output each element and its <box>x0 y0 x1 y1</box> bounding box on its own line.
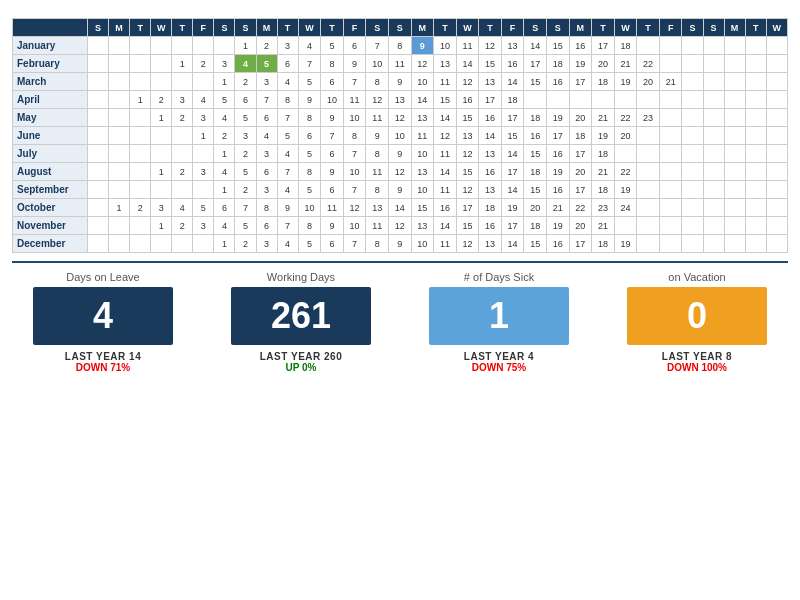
day-cell: 7 <box>298 55 321 73</box>
day-cell <box>703 217 724 235</box>
day-cell: 21 <box>659 73 682 91</box>
day-cell: 2 <box>235 145 256 163</box>
day-cell: 15 <box>524 73 547 91</box>
month-label-march: March <box>13 73 88 91</box>
day-cell: 4 <box>277 235 298 253</box>
day-cell: 17 <box>569 73 592 91</box>
day-cell <box>151 55 172 73</box>
day-cell <box>766 127 787 145</box>
day-cell: 17 <box>501 163 524 181</box>
day-cell <box>703 145 724 163</box>
month-label-may: May <box>13 109 88 127</box>
day-cell: 11 <box>456 37 479 55</box>
day-cell: 8 <box>298 163 321 181</box>
day-cell: 18 <box>524 163 547 181</box>
day-cell <box>724 163 745 181</box>
day-cell: 23 <box>637 109 660 127</box>
month-label-april: April <box>13 91 88 109</box>
day-cell <box>766 73 787 91</box>
day-header-1: M <box>109 19 130 37</box>
day-header-6: S <box>214 19 235 37</box>
day-cell: 13 <box>388 91 411 109</box>
day-cell <box>659 127 682 145</box>
day-cell: 6 <box>214 199 235 217</box>
day-cell <box>682 145 703 163</box>
day-cell <box>151 37 172 55</box>
day-cell <box>130 217 151 235</box>
day-cell <box>193 235 214 253</box>
day-cell: 6 <box>321 181 344 199</box>
day-cell <box>637 235 660 253</box>
day-cell <box>88 91 109 109</box>
day-cell <box>682 217 703 235</box>
day-cell: 14 <box>501 181 524 199</box>
day-cell: 16 <box>479 217 502 235</box>
day-cell <box>659 217 682 235</box>
day-header-9: T <box>277 19 298 37</box>
day-cell: 5 <box>235 217 256 235</box>
day-cell: 9 <box>298 91 321 109</box>
day-cell <box>682 73 703 91</box>
day-cell: 2 <box>130 199 151 217</box>
day-cell: 2 <box>172 109 193 127</box>
day-cell <box>659 55 682 73</box>
day-cell <box>637 217 660 235</box>
stat-change-3: DOWN 100% <box>667 362 727 373</box>
day-cell: 19 <box>614 235 637 253</box>
day-cell: 12 <box>388 109 411 127</box>
month-label-july: July <box>13 145 88 163</box>
month-col-header <box>13 19 88 37</box>
day-cell <box>703 181 724 199</box>
day-cell: 3 <box>256 145 277 163</box>
day-cell: 1 <box>214 73 235 91</box>
day-cell: 10 <box>411 235 434 253</box>
day-header-17: W <box>456 19 479 37</box>
day-cell: 10 <box>388 127 411 145</box>
day-cell: 13 <box>411 109 434 127</box>
day-header-31: W <box>766 19 787 37</box>
day-cell <box>130 55 151 73</box>
stat-value-2: 1 <box>429 287 569 345</box>
day-cell: 17 <box>456 199 479 217</box>
day-cell: 13 <box>479 73 502 91</box>
calendar-row-february: February12345678910111213141516171819202… <box>13 55 788 73</box>
day-cell: 13 <box>456 127 479 145</box>
day-cell <box>109 127 130 145</box>
day-cell: 21 <box>592 163 615 181</box>
calendar-row-january: January123456789101112131415161718 <box>13 37 788 55</box>
day-cell: 17 <box>501 217 524 235</box>
day-cell <box>724 91 745 109</box>
day-cell: 1 <box>151 163 172 181</box>
day-cell <box>151 235 172 253</box>
day-cell: 16 <box>546 73 569 91</box>
day-cell: 15 <box>524 235 547 253</box>
stat-change-2: DOWN 75% <box>472 362 526 373</box>
day-cell <box>745 91 766 109</box>
day-cell <box>703 73 724 91</box>
day-cell <box>88 55 109 73</box>
day-cell: 3 <box>193 163 214 181</box>
day-cell <box>172 181 193 199</box>
day-cell <box>88 127 109 145</box>
stat-label-3: on Vacation <box>668 271 725 283</box>
day-header-19: F <box>501 19 524 37</box>
day-cell <box>745 127 766 145</box>
day-cell <box>614 145 637 163</box>
day-cell: 7 <box>343 145 366 163</box>
day-cell: 1 <box>235 37 256 55</box>
day-cell: 3 <box>235 127 256 145</box>
day-cell <box>682 91 703 109</box>
day-cell: 13 <box>479 145 502 163</box>
day-cell: 9 <box>388 145 411 163</box>
day-cell: 16 <box>456 91 479 109</box>
calendar-row-september: September12345678910111213141516171819 <box>13 181 788 199</box>
day-cell: 7 <box>343 73 366 91</box>
day-cell <box>193 73 214 91</box>
day-cell: 10 <box>343 217 366 235</box>
day-cell: 16 <box>524 127 547 145</box>
day-cell <box>524 91 547 109</box>
calendar-row-april: April123456789101112131415161718 <box>13 91 788 109</box>
calendar-row-november: November12345678910111213141516171819202… <box>13 217 788 235</box>
day-cell: 13 <box>434 55 457 73</box>
day-cell: 20 <box>569 163 592 181</box>
